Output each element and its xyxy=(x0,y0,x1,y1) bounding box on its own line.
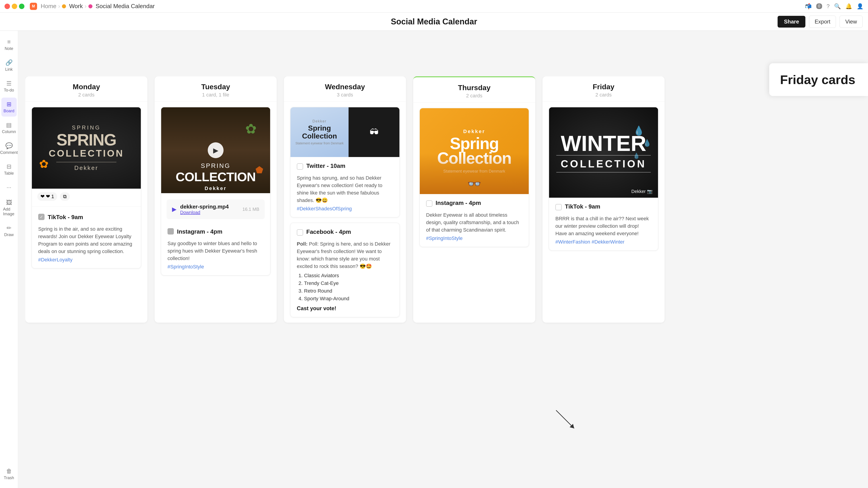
sidebar-item-comment[interactable]: 💬 Comment xyxy=(1,139,17,158)
poll-option-3: Retro Round xyxy=(304,288,393,294)
titlebar-actions: Share Export View xyxy=(778,15,863,28)
export-button[interactable]: Export xyxy=(809,15,836,28)
sidebar-label-todo: To-do xyxy=(4,88,14,93)
column-wednesday-header: Wednesday 3 cards xyxy=(284,76,406,102)
monday-card-image: ✿ SPRING SPRING COLLECTION Dekker xyxy=(32,107,141,189)
column-tuesday-title: Tuesday xyxy=(162,83,270,91)
sidebar-item-column[interactable]: ▤ Column xyxy=(1,119,17,137)
play-button[interactable]: ▶ xyxy=(208,142,223,158)
sidebar-item-link[interactable]: 🔗 Link xyxy=(1,56,17,75)
sidebar-item-note[interactable]: ≡ Note xyxy=(1,35,17,54)
facebook-task: Facebook - 4pm xyxy=(297,228,393,236)
twitter-task-label: Twitter - 10am xyxy=(306,162,345,169)
table-icon: ⊟ xyxy=(6,163,11,170)
facebook-task-body: Poll: Poll: Spring is here, and so is De… xyxy=(297,240,393,270)
draw-icon: ✏ xyxy=(6,225,11,232)
breadcrumb: Home › Work › Social Media Calendar xyxy=(41,3,155,10)
breadcrumb-page[interactable]: Social Media Calendar xyxy=(96,3,155,10)
sidebar-item-table[interactable]: ⊟ Table xyxy=(1,160,17,179)
friday-checkbox[interactable] xyxy=(555,204,562,210)
minimize-button[interactable] xyxy=(12,4,17,9)
file-size: 16.1 MB xyxy=(243,207,259,212)
column-monday-title: Monday xyxy=(33,83,140,91)
window-controls[interactable] xyxy=(4,4,24,9)
column-wednesday-title: Wednesday xyxy=(291,83,399,91)
breadcrumb-home[interactable]: Home xyxy=(41,3,56,10)
column-monday-subtitle: 2 cards xyxy=(33,92,140,98)
note-icon: ≡ xyxy=(7,38,11,45)
facebook-task-label: Facebook - 4pm xyxy=(306,228,351,235)
reaction-count: ❤ 1 xyxy=(46,194,54,199)
sidebar-label-board: Board xyxy=(3,109,14,113)
friday-card-content: TikTok - 9am BRRR is that a chill in the… xyxy=(549,198,658,250)
breadcrumb-sep-1: › xyxy=(58,3,60,10)
titlebar: Social Media Calendar Share Export View xyxy=(0,13,868,31)
notification-icon[interactable]: 🔔 xyxy=(845,3,852,9)
poll-option-2: Trendy Cat-Eye xyxy=(304,281,393,286)
sidebar: ≡ Note 🔗 Link ☰ To-do ⊞ Board ▤ Column 💬… xyxy=(0,31,18,488)
breadcrumb-work[interactable]: Work xyxy=(69,3,83,10)
unsorted-bar: 0 Unsorted xyxy=(25,66,861,74)
trash-button[interactable]: 🗑 Trash xyxy=(2,464,16,484)
poll-option-4: Sporty Wrap-Around xyxy=(304,296,393,302)
twitter-task-body: Spring has sprung, and so has Dekker Eye… xyxy=(297,174,393,204)
card-divider xyxy=(32,206,141,206)
column-thursday-title: Thursday xyxy=(421,84,528,92)
sidebar-item-board[interactable]: ⊞ Board xyxy=(1,98,17,117)
svg-line-0 xyxy=(556,410,574,428)
board: Monday 2 cards ✿ SPRING SPRING xyxy=(25,76,861,327)
column-friday-body: 💧 💧 💧 WINTER COLLECTION Dekker 📷 xyxy=(542,102,664,256)
thursday-card-image: Dekker SpringCollection Statement eyewea… xyxy=(420,108,529,194)
close-button[interactable] xyxy=(4,4,10,9)
search-icon[interactable]: 🔍 xyxy=(834,3,841,9)
monday-checkbox[interactable] xyxy=(38,214,44,220)
tuesday-video-image: ✿ ⬟ SPRING COLLECTION ▶ Dekker xyxy=(161,107,270,193)
help-icon[interactable]: ? xyxy=(827,3,830,9)
svg-marker-1 xyxy=(569,424,574,428)
app-icon: M xyxy=(30,3,37,10)
sidebar-label-addimage: Add Image xyxy=(3,207,15,217)
column-friday: Friday 2 cards 💧 💧 💧 WINTER xyxy=(542,76,664,323)
monday-task-label: TikTok - 9am xyxy=(48,214,83,221)
facebook-checkbox[interactable] xyxy=(297,229,303,236)
twitter-checkbox[interactable] xyxy=(297,163,303,170)
monday-task-body: Spring is in the air, and so are excitin… xyxy=(38,225,134,255)
sidebar-label-table: Table xyxy=(4,171,14,176)
page-dot xyxy=(88,4,92,8)
sidebar-item-addimage[interactable]: 🖼 Add Image xyxy=(1,196,17,220)
thursday-hashtag: #SpringIntoStyle xyxy=(426,235,522,241)
user-icon[interactable]: 👤 xyxy=(857,3,864,9)
file-download-link[interactable]: Download xyxy=(180,210,200,215)
breadcrumb-sep-2: › xyxy=(85,3,87,10)
sidebar-item-draw[interactable]: ✏ Draw xyxy=(1,221,17,240)
sidebar-item-todo[interactable]: ☰ To-do xyxy=(1,77,17,96)
heart-icon: ❤ xyxy=(40,194,44,199)
tuesday-hashtag: #SpringIntoStyle xyxy=(167,264,264,270)
cast-vote: Cast your vote! xyxy=(297,305,393,312)
friday-task: TikTok - 9am xyxy=(555,203,652,210)
inbox-icon[interactable]: 📬 xyxy=(805,3,812,9)
file-name: dekker-spring.mp4 xyxy=(180,203,229,210)
play-file-icon: ▶ xyxy=(172,206,177,213)
column-icon: ▤ xyxy=(6,122,12,129)
link-icon: 🔗 xyxy=(5,59,13,66)
column-friday-title: Friday xyxy=(550,83,657,91)
view-button[interactable]: View xyxy=(839,15,863,28)
wednesday-facebook-task: Facebook - 4pm Poll: Poll: Spring is her… xyxy=(290,223,399,317)
column-friday-header: Friday 2 cards xyxy=(542,76,664,102)
sidebar-item-more[interactable]: ··· xyxy=(1,181,17,194)
column-wednesday-body: Dekker SpringCollection Statement eyewea… xyxy=(284,102,406,323)
column-thursday-header: Thursday 2 cards xyxy=(413,77,535,103)
thursday-checkbox[interactable] xyxy=(426,200,432,207)
tuesday-task: Instagram - 4pm xyxy=(167,228,264,235)
topbar: M Home › Work › Social Media Calendar 📬 … xyxy=(0,0,868,13)
maximize-button[interactable] xyxy=(19,4,24,9)
more-icon: ··· xyxy=(6,184,11,191)
board-icon: ⊞ xyxy=(6,101,11,108)
work-dot xyxy=(62,4,66,8)
wednesday-card-2: Facebook - 4pm Poll: Poll: Spring is her… xyxy=(290,223,400,317)
share-button[interactable]: Share xyxy=(778,16,805,28)
tuesday-checkbox[interactable] xyxy=(167,228,174,234)
tuesday-card-1: ✿ ⬟ SPRING COLLECTION ▶ Dekker xyxy=(161,107,270,275)
tuesday-file-section: ▶ dekker-spring.mp4 Download 16.1 MB xyxy=(161,193,270,223)
